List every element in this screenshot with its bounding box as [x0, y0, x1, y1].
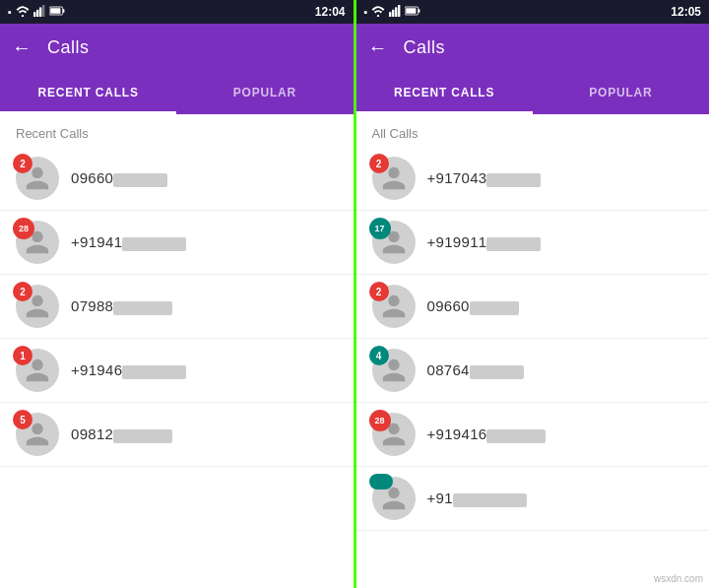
left-panel: ▪ 12:04 ← Calls: [0, 0, 354, 588]
svg-rect-9: [389, 12, 391, 17]
badge: 28: [369, 410, 391, 431]
avatar-wrap: 28: [372, 413, 416, 456]
badge: 2: [13, 154, 32, 173]
signal-icon: [389, 5, 401, 19]
call-number: +91946: [71, 361, 186, 378]
avatar-wrap: 5: [16, 413, 59, 456]
right-panel: ▪ 12:05 ← Calls: [356, 0, 710, 588]
left-toolbar: ← Calls: [0, 24, 354, 71]
call-number: +919911: [427, 233, 542, 250]
left-tabs: RECENT CALLS POPULAR: [0, 71, 354, 114]
left-clock: 12:04: [315, 5, 346, 19]
list-item[interactable]: 2 07988: [0, 275, 354, 339]
wifi-icon: [16, 6, 30, 19]
battery-icon: [49, 6, 65, 18]
svg-rect-3: [39, 7, 41, 17]
right-tabs: RECENT CALLS POPULAR: [356, 71, 710, 114]
call-number: +91941: [71, 233, 186, 250]
svg-rect-10: [392, 10, 394, 17]
avatar-wrap: [372, 477, 416, 520]
right-status-bar: ▪ 12:05: [356, 0, 710, 24]
watermark: wsxdn.com: [654, 573, 703, 584]
badge: 1: [13, 346, 32, 365]
signal-icon: [33, 5, 45, 19]
list-item[interactable]: 2 09660: [0, 147, 354, 211]
list-item[interactable]: 17 +919911: [356, 211, 710, 275]
left-status-icons: ▪: [8, 5, 65, 19]
call-number: 09660: [71, 169, 167, 186]
left-section-header: Recent Calls: [0, 114, 354, 147]
call-number: +91: [427, 490, 527, 506]
list-item[interactable]: 28 +91941: [0, 211, 354, 275]
badge: 2: [369, 282, 389, 301]
badge: 2: [369, 154, 389, 173]
right-clock: 12:05: [671, 5, 701, 19]
list-item[interactable]: 28 +919416: [356, 403, 710, 467]
svg-rect-15: [407, 8, 417, 14]
call-number: 09812: [71, 425, 172, 442]
call-number: 08764: [427, 361, 524, 378]
svg-rect-2: [36, 10, 38, 17]
list-item[interactable]: 4 08764: [356, 339, 710, 403]
svg-rect-11: [395, 7, 397, 17]
right-title: Calls: [404, 37, 446, 58]
svg-rect-1: [33, 12, 35, 17]
left-content: Recent Calls 2 09660: [0, 114, 354, 588]
svg-rect-4: [42, 5, 44, 17]
call-number: 09660: [427, 297, 519, 314]
svg-rect-14: [419, 9, 420, 12]
list-item[interactable]: 1 +91946: [0, 339, 354, 403]
badge: 4: [369, 346, 389, 365]
left-status-bar: ▪ 12:04: [0, 0, 354, 24]
svg-rect-7: [50, 8, 60, 14]
list-item[interactable]: +91: [356, 467, 710, 531]
left-title: Calls: [47, 37, 90, 58]
list-item[interactable]: 5 09812: [0, 403, 354, 467]
avatar-wrap: 4: [372, 349, 416, 392]
battery-icon: [405, 6, 420, 18]
avatar-wrap: 2: [16, 285, 59, 328]
badge: 5: [13, 410, 32, 429]
notification-icon: ▪: [364, 6, 368, 18]
list-item[interactable]: 2 +917043: [356, 147, 710, 211]
avatar-wrap: 2: [372, 157, 416, 200]
right-tab-popular[interactable]: POPULAR: [533, 71, 709, 114]
left-tab-popular[interactable]: POPULAR: [176, 71, 353, 114]
call-number: +917043: [427, 169, 542, 186]
svg-point-8: [377, 15, 379, 17]
avatar-wrap: 1: [16, 349, 59, 392]
svg-rect-6: [63, 9, 65, 12]
right-status-icons: ▪: [364, 5, 421, 19]
call-number: 07988: [71, 297, 172, 314]
badge: 17: [369, 218, 391, 239]
badge: 2: [13, 282, 32, 301]
notification-icon: ▪: [8, 6, 12, 18]
badge: 28: [13, 218, 34, 239]
list-item[interactable]: 2 09660: [356, 275, 710, 339]
avatar-wrap: 28: [16, 221, 59, 264]
right-section-header: All Calls: [356, 114, 710, 147]
left-back-button[interactable]: ←: [12, 36, 32, 59]
right-tab-recent[interactable]: RECENT CALLS: [356, 71, 533, 114]
svg-point-0: [22, 15, 24, 17]
call-number: +919416: [427, 425, 547, 442]
badge: [369, 474, 393, 490]
left-tab-recent[interactable]: RECENT CALLS: [0, 71, 176, 114]
avatar-wrap: 17: [372, 221, 416, 264]
avatar-wrap: 2: [16, 157, 59, 200]
avatar-wrap: 2: [372, 285, 416, 328]
right-toolbar: ← Calls: [356, 24, 710, 71]
svg-rect-12: [398, 5, 400, 17]
wifi-icon: [371, 6, 385, 19]
right-content: All Calls 2 +917043 1: [356, 114, 710, 588]
right-back-button[interactable]: ←: [368, 36, 388, 59]
